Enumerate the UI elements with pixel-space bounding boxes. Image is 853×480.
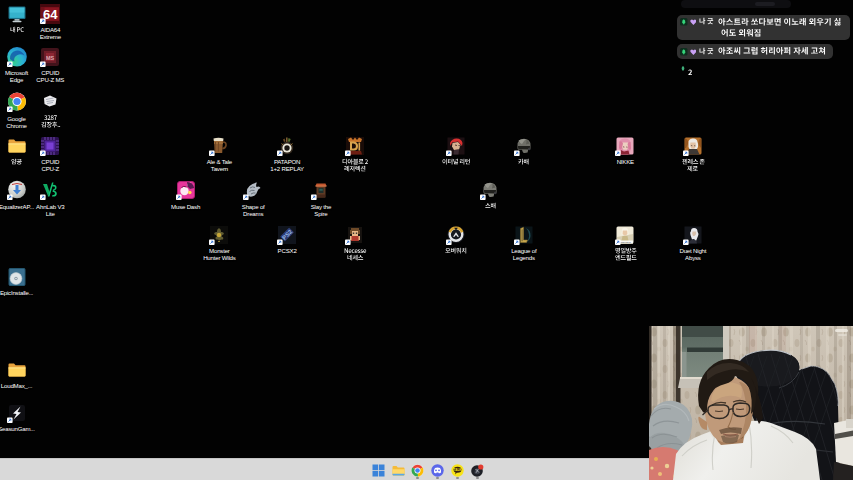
svg-text:MS: MS bbox=[46, 54, 55, 60]
svg-text:ENDFIELD: ENDFIELD bbox=[619, 240, 631, 243]
svg-text:TALK: TALK bbox=[454, 468, 463, 472]
